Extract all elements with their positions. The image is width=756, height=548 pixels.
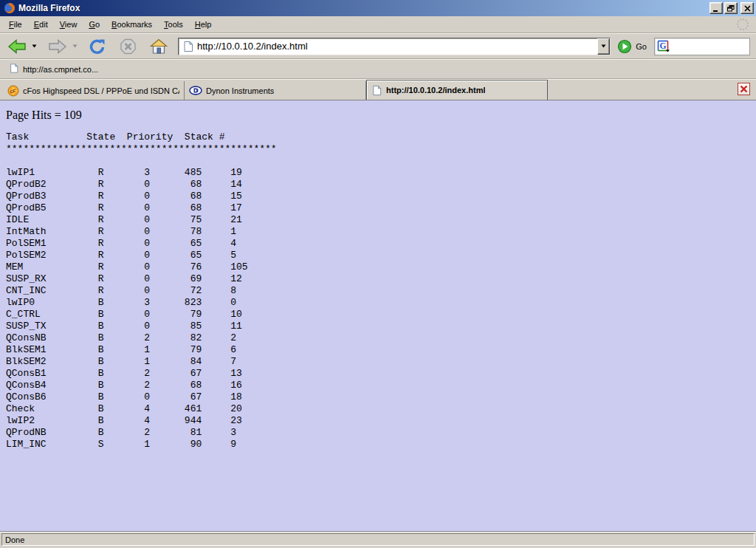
close-icon xyxy=(744,5,751,12)
tab-bar: cF cFos Highspeed DSL / PPPoE und ISDN C… xyxy=(0,79,756,100)
dynon-icon xyxy=(189,86,202,95)
svg-text:cF: cF xyxy=(10,88,16,93)
cfos-icon: cF xyxy=(7,85,19,97)
page-favicon-document-icon xyxy=(182,41,194,52)
svg-text:G: G xyxy=(659,41,666,50)
chevron-down-icon xyxy=(601,44,606,48)
chevron-down-icon xyxy=(72,44,78,48)
page-content: Page Hits = 109 Task State Priority Stac… xyxy=(0,100,756,531)
back-icon xyxy=(7,38,27,55)
page-hits-text: Page Hits = 109 xyxy=(6,109,756,122)
firefox-window: Mozilla Firefox File Edit View Go Book xyxy=(0,0,756,548)
reload-button[interactable] xyxy=(86,35,109,58)
tab-dynon[interactable]: Dynon Instruments xyxy=(185,81,366,100)
go-button-group: Go xyxy=(616,38,647,55)
tab-label: cFos Highspeed DSL / PPPoE und ISDN CAP.… xyxy=(23,86,179,95)
chevron-down-icon xyxy=(32,44,37,48)
menu-bar: File Edit View Go Bookmarks Tools Help xyxy=(0,16,756,33)
restore-button[interactable] xyxy=(724,2,738,14)
tab-label: Dynon Instruments xyxy=(206,86,274,95)
forward-button[interactable] xyxy=(45,35,70,58)
tab-label: http://10.0.10.2/index.html xyxy=(386,86,485,95)
search-box[interactable]: G xyxy=(654,38,750,55)
menu-file[interactable]: File xyxy=(3,18,28,31)
close-tab-icon xyxy=(740,85,748,93)
minimize-icon xyxy=(712,5,720,12)
url-dropdown-button[interactable] xyxy=(597,38,610,55)
window-controls xyxy=(709,2,754,14)
status-bar: Done xyxy=(0,531,756,548)
forward-dropdown-button[interactable] xyxy=(72,43,78,49)
bookmark-item[interactable]: http://as.cmpnet.co... xyxy=(6,61,101,77)
menu-go[interactable]: Go xyxy=(83,18,106,31)
tab-cfos[interactable]: cF cFos Highspeed DSL / PPPoE und ISDN C… xyxy=(3,81,185,100)
reload-icon xyxy=(88,38,107,55)
forward-icon xyxy=(47,38,68,55)
back-button[interactable] xyxy=(4,35,30,58)
url-bar[interactable] xyxy=(178,38,611,55)
close-tab-button[interactable] xyxy=(738,83,750,95)
tab-index-html[interactable]: http://10.0.10.2/index.html xyxy=(366,80,548,100)
home-button[interactable] xyxy=(147,35,171,58)
search-input[interactable] xyxy=(670,40,749,53)
throbber-icon xyxy=(737,18,749,30)
navigation-toolbar: Go G xyxy=(0,33,756,59)
restore-icon xyxy=(727,5,735,12)
url-input[interactable] xyxy=(197,39,597,54)
menu-edit[interactable]: Edit xyxy=(28,18,54,31)
menu-tools[interactable]: Tools xyxy=(158,18,189,31)
document-icon xyxy=(371,85,382,96)
task-table: Task State Priority Stack # ************… xyxy=(6,131,756,451)
status-panel: Done xyxy=(1,533,755,546)
go-label[interactable]: Go xyxy=(636,42,647,51)
close-button[interactable] xyxy=(740,2,754,14)
firefox-icon xyxy=(4,2,16,14)
bookmarks-toolbar: http://as.cmpnet.co... xyxy=(0,59,756,79)
bookmark-label: http://as.cmpnet.co... xyxy=(23,65,98,74)
google-search-icon[interactable]: G xyxy=(657,40,670,53)
window-title: Mozilla Firefox xyxy=(18,3,709,13)
stop-icon xyxy=(119,38,137,55)
menu-bookmarks[interactable]: Bookmarks xyxy=(106,18,158,31)
menu-help[interactable]: Help xyxy=(189,18,218,31)
back-dropdown-button[interactable] xyxy=(31,43,38,49)
title-bar[interactable]: Mozilla Firefox xyxy=(0,0,756,16)
bookmark-document-icon xyxy=(9,63,19,75)
go-icon xyxy=(617,39,632,54)
minimize-button[interactable] xyxy=(709,2,723,14)
stop-button[interactable] xyxy=(117,35,140,58)
status-text: Done xyxy=(5,535,24,544)
home-icon xyxy=(149,38,168,55)
go-button[interactable] xyxy=(616,38,633,55)
menu-view[interactable]: View xyxy=(54,18,83,31)
